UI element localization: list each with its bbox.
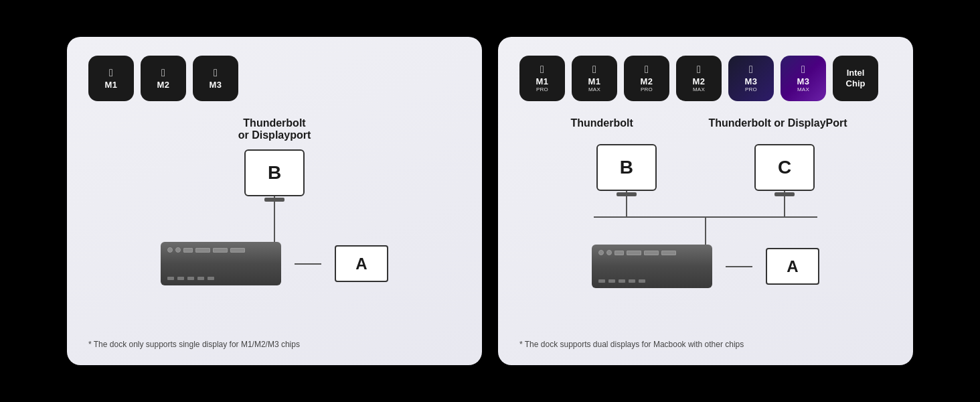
laptop-a-single: A: [335, 245, 388, 282]
dock-row-dual: A: [592, 245, 819, 288]
main-container:  M1  M2  M3 Thunderboltor Displayport…: [0, 10, 980, 392]
apple-logo-m3-pro: : [749, 64, 753, 75]
chip-badge-intel: IntelChip: [833, 56, 878, 101]
single-h-connector: [295, 263, 321, 265]
center-v-line: [705, 218, 706, 245]
single-display-panel:  M1  M2  M3 Thunderboltor Displayport…: [67, 37, 482, 365]
dual-label-b: Thunderbolt: [570, 117, 633, 129]
port-tb-2: [177, 277, 184, 280]
chip-name-m2-max: M2: [692, 76, 705, 86]
monitor-c-col: C: [754, 144, 815, 216]
dp-3: [615, 251, 624, 255]
monitor-c-letter: C: [778, 157, 791, 178]
dp-2: [606, 250, 612, 255]
monitor-b-col: B: [596, 144, 657, 216]
chip-name-m3: M3: [209, 80, 222, 90]
dp-1: [598, 250, 604, 255]
chip-name-m1: M1: [104, 80, 117, 90]
chip-badge-m3-pro:  M3 PRO: [728, 56, 774, 101]
single-display-label: Thunderboltor Displayport: [238, 117, 311, 141]
port-tb-3: [187, 277, 194, 280]
monitor-b-letter-dual: B: [620, 157, 633, 178]
laptop-a-dual: A: [766, 248, 819, 285]
dtb-2: [608, 279, 615, 283]
single-diagram: Thunderboltor Displayport B: [88, 117, 461, 326]
dock-ports-top-dual: [598, 250, 706, 255]
dtb-3: [619, 279, 625, 283]
port-6: [230, 248, 245, 253]
apple-logo-m2-pro: : [645, 64, 649, 75]
dtb-5: [639, 279, 645, 283]
monitor-b-letter: B: [268, 162, 281, 184]
dock-ports-top: [167, 247, 274, 253]
apple-logo-m3-max: : [801, 64, 805, 75]
dp-4: [627, 251, 641, 255]
dock-device-dual: [592, 245, 712, 288]
chip-name-m3-pro: M3: [744, 76, 757, 86]
port-2: [175, 247, 181, 253]
chips-row-single:  M1  M2  M3: [88, 56, 461, 101]
monitor-b-dual: B: [596, 144, 657, 191]
chip-name-m1-pro: M1: [536, 76, 548, 86]
apple-logo-m2: : [161, 68, 165, 78]
port-4: [195, 248, 210, 253]
chip-badge-m3-max:  M3 MAX: [781, 56, 826, 101]
apple-logo-m3: : [214, 68, 218, 78]
chip-sub-m1-max: MAX: [588, 86, 600, 92]
chip-sub-m1-pro: PRO: [536, 86, 548, 92]
dual-h-connector: [726, 266, 752, 267]
dock-row-single: A: [161, 242, 388, 285]
apple-logo-m1: : [109, 68, 113, 78]
chip-name-m3-max: M3: [797, 76, 809, 86]
monitor-b-wrapper: B: [244, 149, 305, 202]
port-tb-4: [197, 277, 204, 280]
dual-label-c: Thunderbolt or DisplayPort: [708, 117, 847, 129]
chip-badge-m2-max:  M2 MAX: [676, 56, 722, 101]
dock-ports-bottom-dual: [598, 279, 706, 283]
chip-name-m1-max: M1: [588, 76, 600, 86]
chip-badge-m1:  M1: [88, 56, 134, 101]
apple-logo-m1-max: : [592, 64, 596, 75]
single-v-connector: [274, 202, 275, 242]
monitor-b-box: B: [244, 149, 305, 196]
chip-badge-m2:  M2: [141, 56, 186, 101]
dual-diagram: Thunderbolt Thunderbolt or DisplayPort B: [519, 117, 892, 326]
single-footnote: * The dock only supports single display …: [88, 326, 461, 349]
apple-logo-m1-pro: : [540, 64, 544, 75]
intel-label: IntelChip: [846, 68, 866, 88]
chip-badge-m2-pro:  M2 PRO: [624, 56, 669, 101]
chip-badge-m1-max:  M1 MAX: [572, 56, 617, 101]
laptop-a-label-dual: A: [787, 257, 798, 276]
port-tb-1: [167, 277, 174, 280]
port-tb-5: [208, 277, 214, 280]
dock-ports-bottom: [167, 277, 274, 280]
port-3: [183, 248, 193, 253]
laptop-a-label-single: A: [355, 255, 367, 273]
dtb-1: [598, 279, 605, 283]
dp-5: [644, 251, 659, 255]
apple-logo-m2-max: : [697, 64, 701, 75]
dock-device-single: [161, 242, 281, 285]
chip-name-m2: M2: [157, 80, 169, 90]
dp-6: [661, 251, 676, 255]
chip-sub-m2-pro: PRO: [641, 86, 653, 92]
dual-display-panel:  M1 PRO  M1 MAX  M2 PRO  M2 MAX  M3: [498, 37, 913, 365]
chip-sub-m2-max: MAX: [693, 86, 705, 92]
port-1: [167, 247, 173, 253]
chip-name-m2-pro: M2: [640, 76, 653, 86]
monitor-c-dual: C: [754, 144, 815, 191]
chip-badge-m1-pro:  M1 PRO: [519, 56, 565, 101]
dual-footnote: * The dock supports dual displays for Ma…: [519, 326, 892, 349]
chip-badge-m3:  M3: [193, 56, 238, 101]
chips-row-dual:  M1 PRO  M1 MAX  M2 PRO  M2 MAX  M3: [519, 56, 892, 101]
chip-sub-m3-pro: PRO: [745, 86, 757, 92]
dtb-4: [629, 279, 635, 283]
chip-sub-m3-max: MAX: [797, 86, 809, 92]
port-5: [213, 248, 228, 253]
